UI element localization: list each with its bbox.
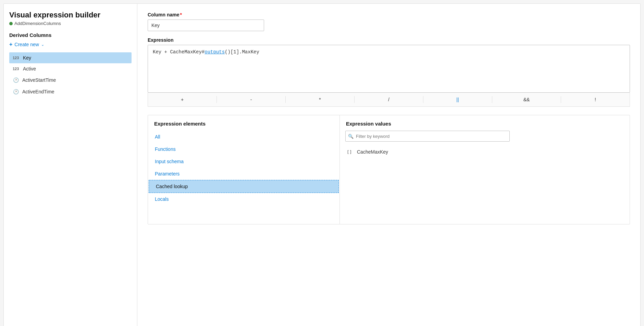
column-name-field-label: Column name*	[148, 12, 630, 17]
column-name-active-start-time: ActiveStartTime	[22, 77, 56, 83]
expression-section-label: Expression	[148, 37, 630, 43]
plus-icon: +	[9, 41, 12, 48]
create-new-label: Create new	[14, 42, 39, 47]
expression-text-prefix: Key + CacheMaxKey#	[153, 49, 205, 55]
expression-elements-header: Expression elements	[148, 115, 339, 131]
column-name-active-end-time: ActiveEndTime	[22, 89, 54, 94]
value-cache-max-key[interactable]: [] CacheMaxKey	[340, 146, 630, 158]
expression-values-header: Expression values	[340, 115, 630, 131]
op-not-button[interactable]: !	[561, 95, 630, 104]
expression-text-suffix: ()[1].MaxKey	[225, 49, 259, 55]
op-and-button[interactable]: &&	[492, 95, 561, 104]
op-plus-button[interactable]: +	[148, 95, 216, 104]
expression-link-outputs[interactable]: outputs	[205, 49, 225, 55]
chevron-down-icon: ⌄	[41, 42, 44, 47]
op-divide-button[interactable]: /	[355, 95, 423, 104]
column-list: 123 Key 123 Active 🕐 ActiveStartTime 🕐 A…	[9, 52, 132, 97]
element-all[interactable]: All	[148, 131, 339, 143]
column-item-active-end-time[interactable]: 🕐 ActiveEndTime	[9, 86, 132, 97]
page-title: Visual expression builder	[9, 11, 132, 19]
search-icon: 🔍	[348, 134, 354, 139]
op-multiply-button[interactable]: *	[286, 95, 354, 104]
type-number-icon-active: 123	[13, 67, 20, 71]
expression-values-panel: Expression values 🔍 [] CacheMaxKey	[340, 115, 630, 224]
derived-columns-label: Derived Columns	[9, 32, 132, 38]
column-item-active[interactable]: 123 Active	[9, 63, 132, 74]
right-panel: Column name* Expression Key + CacheMaxKe…	[137, 4, 640, 326]
type-number-icon: 123	[13, 56, 20, 60]
column-name-key: Key	[23, 55, 31, 61]
filter-keyword-input[interactable]	[345, 131, 510, 142]
element-locals[interactable]: Locals	[148, 193, 339, 205]
clock-icon-end: 🕐	[13, 89, 19, 95]
create-new-button[interactable]: + Create new ⌄	[9, 41, 44, 48]
value-name-cache-max-key: CacheMaxKey	[357, 149, 388, 155]
op-pipe-button[interactable]: ||	[423, 95, 492, 104]
column-name-input[interactable]	[148, 19, 264, 31]
clock-icon-start: 🕐	[13, 77, 19, 83]
filter-input-container: 🔍	[345, 131, 510, 142]
op-minus-button[interactable]: -	[217, 95, 285, 104]
expression-elements-panel: Expression elements All Functions Input …	[148, 115, 340, 224]
filter-input-wrap: 🔍	[340, 131, 630, 146]
subtitle-text: AddDimensionColumns	[14, 21, 61, 26]
operator-bar: + - * / || && !	[148, 93, 630, 107]
left-panel: Visual expression builder AddDimensionCo…	[4, 4, 137, 326]
green-dot-icon	[9, 22, 13, 25]
bottom-section: Expression elements All Functions Input …	[148, 115, 630, 224]
element-input-schema[interactable]: Input schema	[148, 155, 339, 168]
column-name-active: Active	[23, 66, 36, 71]
column-item-key[interactable]: 123 Key	[9, 52, 132, 63]
required-star: *	[180, 12, 182, 17]
column-item-active-start-time[interactable]: 🕐 ActiveStartTime	[9, 74, 132, 86]
value-array-icon: []	[347, 149, 354, 155]
element-cached-lookup[interactable]: Cached lookup	[149, 180, 339, 193]
subtitle-row: AddDimensionColumns	[9, 21, 132, 26]
expression-editor[interactable]: Key + CacheMaxKey#outputs()[1].MaxKey	[148, 45, 630, 93]
element-parameters[interactable]: Parameters	[148, 168, 339, 180]
element-functions[interactable]: Functions	[148, 143, 339, 155]
